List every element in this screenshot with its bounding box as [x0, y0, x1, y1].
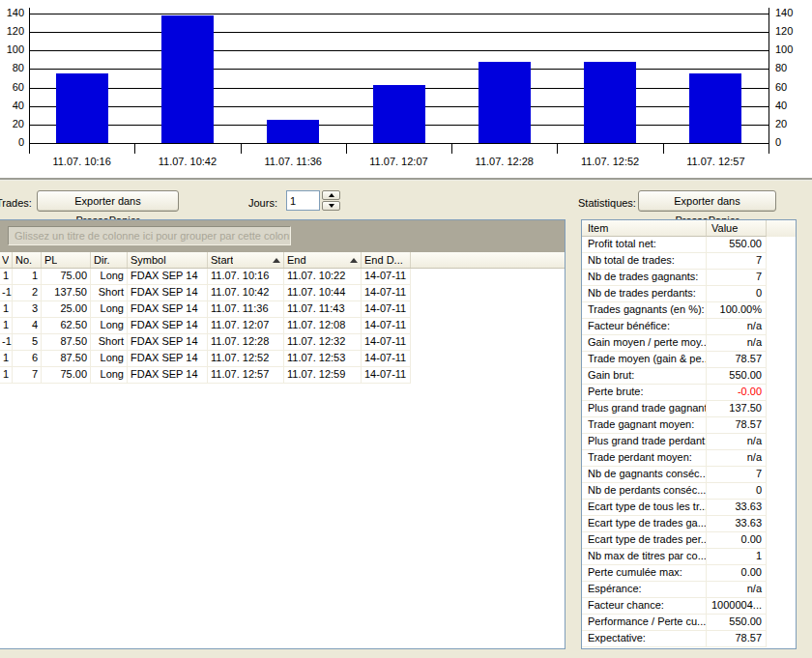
- stats-row: Nb de trades perdants:0: [582, 286, 796, 302]
- table-row[interactable]: 1775.00LongFDAX SEP 1411.07. 12:5711.07.…: [0, 367, 565, 384]
- table-cell: 6: [13, 351, 42, 367]
- chart-panel: 00202040406060808010010012012014014011.0…: [0, 0, 812, 178]
- stats-item-label: Gain moyen / perte moy...: [582, 335, 707, 352]
- stats-item-label: Trade perdant moyen:: [582, 450, 707, 467]
- bar: [161, 15, 214, 143]
- stats-item-value: 1: [707, 549, 767, 565]
- spin-down-icon: [329, 204, 334, 208]
- stats-item-value: 78.57: [707, 417, 767, 434]
- stats-row: Trade gagnant moyen:78.57: [582, 417, 796, 434]
- stats-rows: Profit total net:550.00Nb total de trade…: [582, 237, 796, 647]
- stats-row: Trades gagnants (en %):100.00%: [582, 302, 796, 319]
- stats-item-value: -0.00: [707, 385, 767, 401]
- stats-item-value: 7: [707, 253, 767, 270]
- table-row[interactable]: 1462.50LongFDAX SEP 1411.07. 12:0711.07.…: [0, 318, 565, 334]
- export-trades-button[interactable]: Exporter dans PressePapier: [37, 190, 179, 212]
- x-axis-label: 11.07. 12:57: [663, 156, 768, 168]
- stats-item-value: n/a: [707, 582, 767, 598]
- stats-row: Perte cumulée max:0.00: [582, 565, 796, 582]
- stats-row: Trade perdant moyen:n/a: [582, 450, 796, 467]
- stats-header-item[interactable]: Item: [582, 220, 707, 237]
- table-cell: 1: [0, 269, 13, 285]
- column-header-label: No.: [15, 252, 32, 268]
- stats-header-value[interactable]: Value: [707, 220, 767, 237]
- table-cell: 62.50: [42, 318, 91, 334]
- column-header-pl[interactable]: PL: [42, 252, 91, 268]
- y-gridline: [29, 69, 768, 70]
- y-axis-label-left: 80: [0, 62, 24, 74]
- table-cell: FDAX SEP 14: [128, 285, 208, 301]
- stats-row: Nb de perdants conséc...0: [582, 483, 796, 500]
- stats-row: Gain brut:550.00: [582, 368, 796, 385]
- table-row[interactable]: -1587.50ShortFDAX SEP 1411.07. 12:2811.0…: [0, 334, 565, 351]
- column-header-end[interactable]: End: [284, 252, 362, 268]
- stats-row: Nb max de titres par co...1: [582, 549, 796, 565]
- table-cell: FDAX SEP 14: [128, 334, 208, 351]
- table-cell: 14-07-11: [362, 301, 411, 318]
- jours-label: Jours:: [248, 196, 277, 210]
- table-cell: Long: [91, 269, 128, 285]
- table-cell: 5: [13, 334, 42, 351]
- table-row[interactable]: 1175.00LongFDAX SEP 1411.07. 10:1611.07.…: [0, 269, 565, 285]
- stats-item-value: 137.50: [707, 401, 767, 417]
- bar: [584, 62, 636, 143]
- y-axis-label-left: 60: [0, 81, 24, 94]
- spin-up-icon: [329, 193, 334, 197]
- stats-item-label: Espérance:: [582, 582, 707, 598]
- column-header-label: Symbol: [130, 252, 166, 268]
- table-row[interactable]: 1325.00LongFDAX SEP 1411.07. 11:3611.07.…: [0, 301, 565, 318]
- column-header-v[interactable]: V: [0, 252, 13, 268]
- y-axis-label-left: 40: [0, 100, 24, 112]
- stats-item-label: Expectative:: [582, 631, 707, 647]
- bar: [689, 73, 741, 143]
- table-cell: 14-07-11: [362, 269, 411, 285]
- y-axis-label-left: 120: [0, 25, 24, 38]
- table-row[interactable]: 1687.50LongFDAX SEP 1411.07. 12:5211.07.…: [0, 351, 565, 367]
- stats-item-value: 550.00: [707, 368, 767, 385]
- table-cell: 11.07. 10:42: [208, 285, 284, 301]
- stats-item-value: n/a: [707, 450, 767, 467]
- column-header-no[interactable]: No.: [13, 252, 42, 268]
- table-cell: 14-07-11: [362, 318, 411, 334]
- group-by-panel[interactable]: Glissez un titre de colonne ici pour gro…: [0, 220, 565, 252]
- stats-item-value: 78.57: [707, 352, 767, 368]
- table-cell: Short: [91, 285, 128, 301]
- stats-item-label: Performance / Perte cu...: [582, 615, 707, 631]
- stats-item-label: Perte brute:: [582, 385, 707, 401]
- table-cell: 11.07. 11:43: [284, 301, 362, 318]
- table-cell: 14-07-11: [362, 334, 411, 351]
- column-header-symbol[interactable]: Symbol: [128, 252, 208, 268]
- bar: [373, 85, 425, 143]
- jours-spin-down-button[interactable]: [322, 201, 340, 211]
- column-header-dir[interactable]: Dir.: [91, 252, 128, 268]
- table-row[interactable]: -12137.50ShortFDAX SEP 1411.07. 10:4211.…: [0, 285, 565, 301]
- stats-header-row: Item Value: [582, 220, 796, 237]
- column-header-start[interactable]: Start: [208, 252, 284, 268]
- group-by-hint: Glissez un titre de colonne ici pour gro…: [8, 226, 291, 245]
- table-cell: 3: [13, 301, 42, 318]
- stats-item-value: 0.00: [707, 565, 767, 582]
- table-cell: 11.07. 12:52: [208, 351, 284, 367]
- y-gridline: [29, 14, 768, 14]
- column-header-label: Dir.: [94, 252, 110, 268]
- trades-header-row: VNo.PLDir.SymbolStartEndEnd D...: [0, 252, 565, 269]
- table-cell: Long: [91, 367, 128, 384]
- stats-item-label: Nb de trades perdants:: [582, 286, 707, 302]
- jours-input[interactable]: [286, 190, 320, 211]
- table-cell: Long: [91, 301, 128, 318]
- column-header-endd[interactable]: End D...: [362, 252, 411, 268]
- stats-item-value: 550.00: [707, 615, 767, 631]
- table-cell: Long: [91, 318, 128, 334]
- stats-item-label: Nb de perdants conséc...: [582, 483, 707, 500]
- x-axis-tick: [557, 143, 558, 154]
- stats-row: Ecart type de tous les tr...33.63: [582, 500, 796, 516]
- jours-spin-up-button[interactable]: [322, 190, 340, 200]
- column-header-label: V: [2, 252, 9, 268]
- table-cell: 4: [13, 318, 42, 334]
- x-axis-label: 11.07. 12:07: [346, 156, 451, 168]
- y-gridline: [29, 50, 768, 51]
- bar: [267, 120, 319, 143]
- table-cell: 75.00: [42, 269, 91, 285]
- export-statistics-button[interactable]: Exporter dans PressePapier: [638, 190, 776, 212]
- stats-item-label: Nb de trades gagnants:: [582, 270, 707, 286]
